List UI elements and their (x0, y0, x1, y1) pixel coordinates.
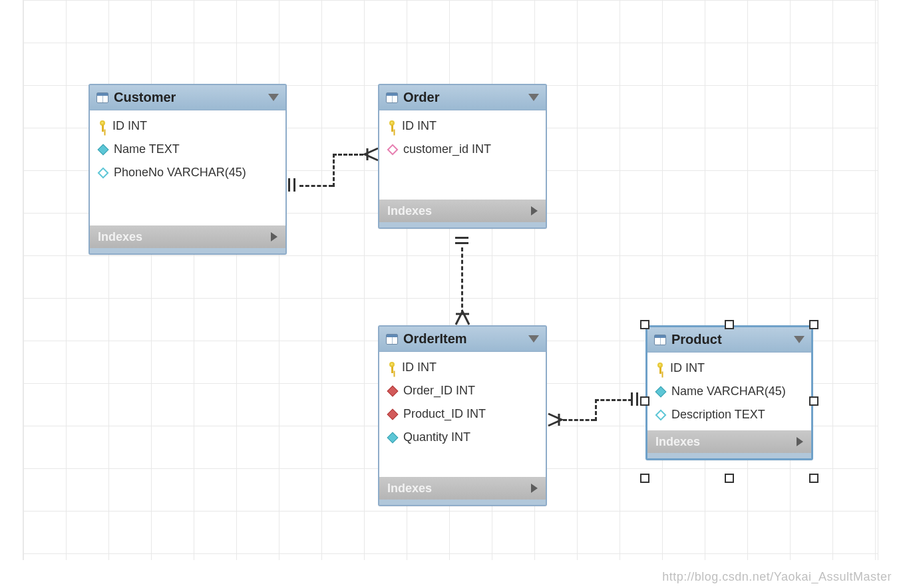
primary-key-icon (387, 120, 397, 132)
column-text: Name TEXT (114, 142, 180, 156)
table-icon (386, 92, 398, 103)
entity-header[interactable]: Product (647, 327, 811, 353)
collapse-icon[interactable] (268, 94, 279, 101)
entity-columns: ID INT Name TEXT PhoneNo VARCHAR(45) (90, 110, 285, 225)
relation-customer-order[interactable] (333, 154, 363, 156)
column-text: ID INT (402, 119, 437, 133)
table-icon (386, 334, 398, 345)
indexes-section[interactable]: Indexes (379, 477, 546, 500)
entity-product[interactable]: Product ID INT Name VARCHAR(45) Descript… (645, 325, 813, 460)
selection-handle-n[interactable] (725, 320, 734, 329)
collapse-icon[interactable] (528, 335, 539, 343)
indexes-section[interactable]: Indexes (379, 200, 546, 222)
column-text: ID INT (402, 361, 437, 374)
column-row[interactable]: Order_ID INT (379, 379, 546, 402)
relation-customer-order[interactable] (299, 185, 333, 187)
entity-footer-bar (647, 453, 811, 458)
primary-key-icon (655, 363, 665, 374)
expand-icon (797, 437, 803, 446)
column-row[interactable]: Product_ID INT (379, 402, 546, 426)
entity-columns: ID INT Name VARCHAR(45) Description TEXT (647, 353, 811, 430)
expand-icon (531, 484, 538, 493)
column-row[interactable]: ID INT (647, 357, 811, 380)
entity-header[interactable]: Order (379, 85, 546, 110)
foreign-key-icon (387, 385, 399, 396)
column-nullable-icon (98, 167, 109, 178)
watermark-text: http://blog.csdn.net/Yaokai_AssultMaster (662, 570, 892, 584)
primary-key-icon (98, 120, 107, 132)
column-nullable-icon (655, 409, 667, 420)
indexes-label: Indexes (387, 204, 526, 218)
entity-customer[interactable]: Customer ID INT Name TEXT PhoneNo VARCHA… (89, 84, 287, 255)
selection-handle-s[interactable] (725, 474, 734, 483)
entity-header[interactable]: Customer (90, 85, 285, 110)
selection-handle-e[interactable] (809, 396, 818, 406)
column-text: Order_ID INT (403, 384, 475, 398)
expand-icon (531, 206, 538, 216)
expand-icon (271, 232, 277, 241)
selection-handle-se[interactable] (809, 474, 818, 483)
selection-handle-ne[interactable] (809, 320, 818, 329)
foreign-key-nullable-icon (387, 144, 399, 155)
column-row[interactable]: ID INT (90, 114, 285, 138)
entity-title: Product (671, 332, 789, 347)
primary-key-icon (387, 362, 397, 374)
column-row[interactable]: Name VARCHAR(45) (647, 380, 811, 403)
column-not-null-icon (655, 386, 667, 397)
selection-handle-sw[interactable] (640, 474, 649, 483)
column-text: Name VARCHAR(45) (671, 384, 786, 398)
table-icon (96, 92, 108, 103)
indexes-label: Indexes (98, 230, 266, 244)
selection-handle-w[interactable] (640, 396, 649, 406)
column-row[interactable]: Quantity INT (379, 426, 546, 449)
column-text: ID INT (112, 119, 147, 133)
indexes-label: Indexes (387, 482, 526, 496)
cardinality-many-icon (453, 309, 469, 325)
column-row[interactable]: PhoneNo VARCHAR(45) (90, 161, 285, 184)
column-not-null-icon (387, 432, 399, 443)
column-row[interactable]: Description TEXT (647, 403, 811, 426)
column-text: customer_id INT (403, 142, 491, 156)
column-text: PhoneNo VARCHAR(45) (114, 166, 246, 180)
selection-handle-nw[interactable] (640, 320, 649, 329)
column-row[interactable]: customer_id INT (379, 138, 546, 161)
entity-footer-bar (379, 222, 546, 227)
column-text: Description TEXT (671, 408, 765, 422)
foreign-key-icon (387, 408, 399, 420)
entity-header[interactable]: OrderItem (379, 327, 546, 352)
relation-orderitem-product[interactable] (595, 399, 632, 401)
cardinality-one-icon (455, 237, 471, 253)
relation-customer-order[interactable] (333, 154, 335, 187)
entity-orderitem[interactable]: OrderItem ID INT Order_ID INT Product_ID… (378, 325, 547, 506)
entity-columns: ID INT Order_ID INT Product_ID INT Quant… (379, 352, 546, 477)
relation-order-orderitem[interactable] (461, 247, 463, 314)
column-text: Product_ID INT (403, 407, 486, 421)
collapse-icon[interactable] (794, 336, 805, 343)
indexes-label: Indexes (655, 435, 791, 449)
indexes-section[interactable]: Indexes (647, 430, 811, 453)
column-not-null-icon (98, 144, 109, 155)
entity-title: Order (403, 90, 523, 105)
indexes-section[interactable]: Indexes (90, 225, 285, 248)
collapse-icon[interactable] (528, 94, 539, 101)
column-text: Quantity INT (403, 430, 470, 444)
entity-order[interactable]: Order ID INT customer_id INT Indexes (378, 84, 547, 229)
relation-orderitem-product[interactable] (595, 399, 597, 421)
relation-orderitem-product[interactable] (563, 419, 595, 421)
entity-footer-bar (379, 500, 546, 505)
cardinality-many-icon (362, 146, 378, 162)
entity-columns: ID INT customer_id INT (379, 110, 546, 200)
column-row[interactable]: ID INT (379, 356, 546, 379)
column-text: ID INT (670, 361, 705, 375)
entity-title: Customer (114, 90, 263, 105)
cardinality-many-icon (547, 411, 563, 427)
column-row[interactable]: ID INT (379, 114, 546, 138)
cardinality-one-icon (288, 178, 304, 194)
entity-footer-bar (90, 248, 285, 253)
entity-title: OrderItem (403, 331, 523, 347)
column-row[interactable]: Name TEXT (90, 138, 285, 161)
table-icon (654, 335, 666, 345)
